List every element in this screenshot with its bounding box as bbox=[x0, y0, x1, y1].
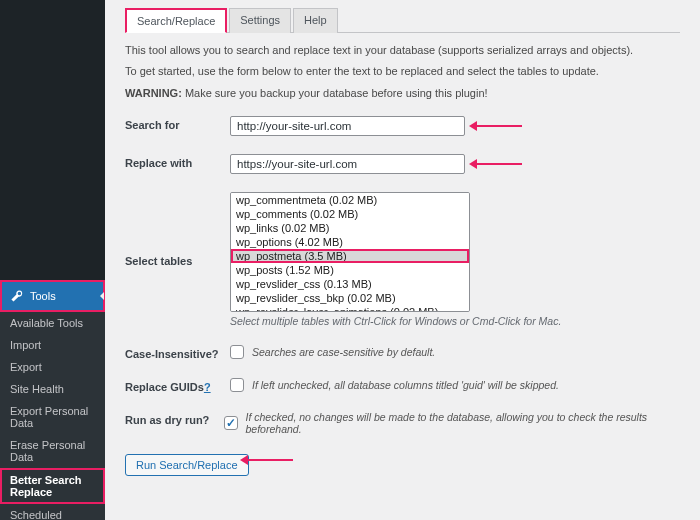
sidebar-item-scheduled-actions[interactable]: Scheduled Actions bbox=[0, 504, 105, 520]
case-insensitive-hint: Searches are case-sensitive by default. bbox=[252, 346, 435, 358]
table-option[interactable]: wp_postmeta (3.5 MB) bbox=[231, 249, 469, 263]
tab-settings[interactable]: Settings bbox=[229, 8, 291, 33]
active-menu-pointer bbox=[100, 292, 104, 300]
case-insensitive-checkbox[interactable] bbox=[230, 345, 244, 359]
table-option[interactable]: wp_revslider_css_bkp (0.02 MB) bbox=[231, 291, 469, 305]
sidebar-item-site-health[interactable]: Site Health bbox=[0, 378, 105, 400]
label-select-tables: Select tables bbox=[125, 252, 230, 267]
label-dry-run: Run as dry run? bbox=[125, 411, 224, 426]
replace-guids-checkbox[interactable] bbox=[230, 378, 244, 392]
table-option[interactable]: wp_commentmeta (0.02 MB) bbox=[231, 193, 469, 207]
row-replace-with: Replace with bbox=[125, 145, 680, 183]
tables-listbox[interactable]: wp_commentmeta (0.02 MB)wp_comments (0.0… bbox=[230, 192, 470, 312]
sidebar-item-export-personal-data[interactable]: Export Personal Data bbox=[0, 400, 105, 434]
tab-help[interactable]: Help bbox=[293, 8, 338, 33]
tables-hint: Select multiple tables with Ctrl-Click f… bbox=[230, 315, 561, 327]
wrench-icon bbox=[10, 289, 24, 303]
label-case-insensitive: Case-Insensitive? bbox=[125, 345, 230, 360]
sidebar-item-better-search-replace[interactable]: Better Search Replace bbox=[0, 468, 105, 504]
dry-run-checkbox[interactable] bbox=[224, 416, 237, 430]
row-select-tables: Select tables wp_commentmeta (0.02 MB)wp… bbox=[125, 183, 680, 336]
guids-help-link[interactable]: ? bbox=[204, 381, 211, 393]
table-option[interactable]: wp_posts (1.52 MB) bbox=[231, 263, 469, 277]
sidebar-item-available-tools[interactable]: Available Tools bbox=[0, 312, 105, 334]
tab-search-replace[interactable]: Search/Replace bbox=[125, 8, 227, 33]
replace-input[interactable] bbox=[230, 154, 465, 174]
admin-sidebar: Tools Available ToolsImportExportSite He… bbox=[0, 0, 105, 520]
annotation-arrow bbox=[476, 163, 522, 165]
label-search-for: Search for bbox=[125, 116, 230, 131]
sidebar-menu-tools-label: Tools bbox=[30, 290, 56, 302]
main-content: Search/ReplaceSettingsHelp This tool all… bbox=[105, 0, 700, 520]
table-option[interactable]: wp_comments (0.02 MB) bbox=[231, 207, 469, 221]
label-replace-with: Replace with bbox=[125, 154, 230, 169]
row-search-for: Search for bbox=[125, 107, 680, 145]
table-option[interactable]: wp_revslider_css (0.13 MB) bbox=[231, 277, 469, 291]
table-option[interactable]: wp_options (4.02 MB) bbox=[231, 235, 469, 249]
label-replace-guids: Replace GUIDs? bbox=[125, 378, 230, 393]
row-replace-guids: Replace GUIDs? If left unchecked, all da… bbox=[125, 369, 680, 402]
sidebar-item-import[interactable]: Import bbox=[0, 334, 105, 356]
intro-line-2: To get started, use the form below to en… bbox=[125, 64, 680, 79]
row-case-insensitive: Case-Insensitive? Searches are case-sens… bbox=[125, 336, 680, 369]
search-input[interactable] bbox=[230, 116, 465, 136]
intro-warning: WARNING: Make sure you backup your datab… bbox=[125, 86, 680, 101]
bsr-tabs: Search/ReplaceSettingsHelp bbox=[125, 8, 680, 33]
sidebar-item-erase-personal-data[interactable]: Erase Personal Data bbox=[0, 434, 105, 468]
table-option[interactable]: wp_revslider_layer_animations (0.02 MB) bbox=[231, 305, 469, 312]
dry-run-hint: If checked, no changes will be made to t… bbox=[246, 411, 680, 435]
sidebar-menu-tools[interactable]: Tools bbox=[0, 280, 105, 312]
sidebar-item-export[interactable]: Export bbox=[0, 356, 105, 378]
intro-text: This tool allows you to search and repla… bbox=[125, 43, 680, 101]
intro-line-1: This tool allows you to search and repla… bbox=[125, 43, 680, 58]
annotation-arrow bbox=[247, 459, 293, 461]
replace-guids-hint: If left unchecked, all database columns … bbox=[252, 379, 559, 391]
row-dry-run: Run as dry run? If checked, no changes w… bbox=[125, 402, 680, 444]
annotation-arrow bbox=[476, 125, 522, 127]
table-option[interactable]: wp_links (0.02 MB) bbox=[231, 221, 469, 235]
run-search-replace-button[interactable]: Run Search/Replace bbox=[125, 454, 249, 476]
